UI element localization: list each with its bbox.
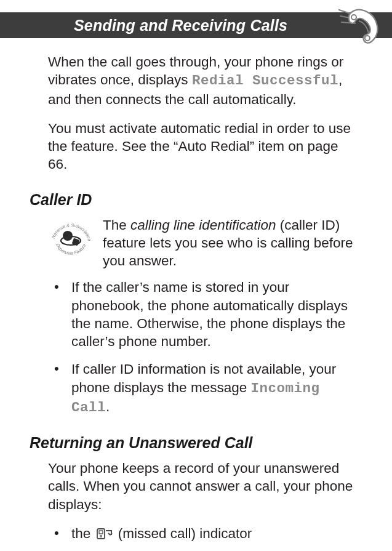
network-dependent-feature-icon: Network & Subscription Dependent Feature	[48, 216, 94, 265]
svg-rect-8	[99, 531, 103, 534]
intro-paragraph-1: When the call goes through, your phone r…	[48, 53, 361, 108]
text-fragment: the	[71, 526, 95, 541]
caller-id-lead: The calling line identification (caller …	[103, 216, 361, 270]
list-item: the (missed call) indicator	[48, 525, 361, 544]
italic-term: calling line identification	[130, 217, 276, 233]
lcd-text-redial: Redial Successful	[192, 73, 338, 89]
heading-returning-call: Returning an Unanswered Call	[30, 434, 361, 452]
text-fragment: (missed call) indicator	[114, 526, 252, 541]
svg-point-5	[63, 231, 73, 241]
chapter-title: Sending and Receiving Calls	[0, 17, 287, 34]
returning-paragraph: Your phone keeps a record of your unansw…	[48, 459, 361, 513]
phone-receiver-icon	[338, 5, 381, 48]
text-fragment: .	[106, 399, 110, 414]
missed-call-icon	[97, 526, 113, 544]
text-fragment: The	[103, 217, 130, 233]
heading-caller-id: Caller ID	[30, 191, 361, 209]
intro-paragraph-2: You must activate automatic redial in or…	[48, 119, 361, 174]
chapter-header: Sending and Receiving Calls	[0, 12, 392, 38]
returning-bullets: the (missed call) indicator the message …	[48, 525, 361, 551]
list-item: If the caller’s name is stored in your p…	[48, 278, 361, 350]
caller-id-bullets: If the caller’s name is stored in your p…	[48, 278, 361, 417]
list-item: If caller ID information is not availabl…	[48, 360, 361, 417]
